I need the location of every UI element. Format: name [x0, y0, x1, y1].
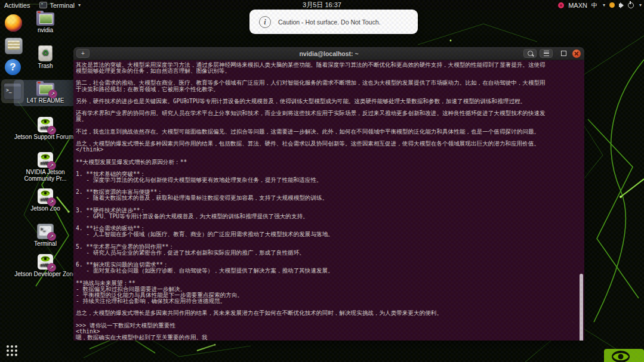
- shortcut-arrow-icon: ↗: [47, 232, 56, 241]
- hamburger-icon: [544, 51, 549, 56]
- terminal-titlebar[interactable]: nvidia@localhost: ~ +: [73, 47, 584, 60]
- status-record-icon: [558, 2, 564, 8]
- terminal-output-area[interactable]: 其次是算法的突破。大模型采用深度学习方法，通过多层神经网络来模拟人类大脑的某些功…: [73, 60, 584, 341]
- desktop-icon-nvidia-folder[interactable]: nvidia: [14, 10, 77, 33]
- desktop-icon-trash[interactable]: ♻ Trash: [14, 45, 77, 69]
- restore-window-button[interactable]: [561, 51, 566, 56]
- power-mode-label[interactable]: MAXN: [568, 2, 587, 9]
- power-icon[interactable]: [628, 2, 634, 8]
- volume-icon[interactable]: [619, 4, 621, 7]
- nvidia-shortcut-icon: nVID. ↗: [38, 152, 53, 168]
- icon-label: nvidia: [14, 27, 77, 33]
- shortcut-arrow-icon: ↗: [47, 126, 56, 135]
- chevron-down-icon[interactable]: ▾: [639, 2, 642, 8]
- notification-banner[interactable]: i Caution - Hot surface. Do Not Touch.: [249, 10, 418, 34]
- icon-label: Terminal: [14, 240, 77, 247]
- shortcut-arrow-icon: ↗: [48, 89, 57, 98]
- terminal-shortcut-icon: ↗: [37, 224, 54, 239]
- icon-label: NVIDIA Jetson Community Pr...: [14, 169, 77, 182]
- desktop-icon-l4t-readme[interactable]: ↗ L4T README: [14, 80, 77, 106]
- system-tray: MAXN 中 ▾ ▾: [558, 0, 642, 10]
- terminal-window: nvidia@localhost: ~ + 其次是算法的突破。大模型采用深度学习…: [73, 47, 584, 341]
- shortcut-arrow-icon: ↗: [47, 197, 56, 206]
- nvidia-shortcut-icon: nVID. ↗: [38, 254, 53, 270]
- icon-label: Jetson Developer Zone: [14, 271, 77, 277]
- window-title: nvidia@localhost: ~: [73, 50, 584, 57]
- icon-label: Jetson Zoo: [14, 205, 77, 212]
- app-menu-terminal[interactable]: Terminal ▾: [36, 2, 84, 9]
- chevron-down-icon[interactable]: ▾: [603, 2, 605, 8]
- search-button[interactable]: [523, 49, 537, 58]
- folder-icon: ↗: [36, 83, 54, 96]
- nvidia-shortcut-icon: nVID. ↗: [38, 117, 53, 132]
- nvidia-shortcut-icon: nVID. ↗: [38, 188, 53, 204]
- desktop-icon-nvidia-jetson-community[interactable]: nVID. ↗ NVIDIA Jetson Community Pr...: [14, 152, 77, 182]
- clock[interactable]: 3月5日 16:37: [303, 0, 341, 10]
- menu-button[interactable]: [540, 49, 553, 58]
- desktop-icon-jetson-zoo[interactable]: nVID. ↗ Jetson Zoo: [14, 188, 77, 212]
- icon-label: Jetson Support Forums: [14, 134, 77, 140]
- terminal-text: 其次是算法的突破。大模型采用深度学习方法，通过多层神经网络来模拟人类大脑的某些功…: [76, 62, 578, 341]
- input-method-icon[interactable]: 中: [591, 1, 597, 10]
- activities-button[interactable]: Activities: [0, 2, 36, 9]
- status-orange-icon: [609, 2, 615, 8]
- icon-label: Trash: [14, 63, 77, 69]
- terminal-app-icon: [39, 2, 47, 8]
- scrollbar-thumb[interactable]: [580, 274, 583, 341]
- search-icon: [528, 51, 533, 56]
- info-icon: i: [259, 16, 271, 28]
- close-button[interactable]: [572, 49, 581, 58]
- new-tab-button[interactable]: +: [76, 49, 90, 58]
- nvidia-logo: [602, 348, 644, 362]
- top-panel: Activities Terminal ▾ 3月5日 16:37 MAXN 中 …: [0, 0, 644, 10]
- desktop-icon-jetson-developer-zone[interactable]: nVID. ↗ Jetson Developer Zone: [14, 254, 77, 277]
- icon-label: L4T README: [14, 97, 77, 104]
- shortcut-arrow-icon: ↗: [47, 161, 56, 170]
- shortcut-arrow-icon: ↗: [47, 263, 56, 272]
- folder-icon: [36, 13, 54, 26]
- app-menu-label: Terminal: [50, 2, 75, 9]
- notification-message: Caution - Hot surface. Do Not Touch.: [278, 18, 380, 26]
- trash-icon: ♻: [38, 45, 53, 61]
- chevron-down-icon: ▾: [78, 2, 81, 8]
- desktop-icon-terminal[interactable]: ↗ Terminal: [14, 224, 77, 247]
- desktop-icon-jetson-support-forums[interactable]: nVID. ↗ Jetson Support Forums: [14, 117, 77, 140]
- show-applications-button[interactable]: [7, 345, 19, 357]
